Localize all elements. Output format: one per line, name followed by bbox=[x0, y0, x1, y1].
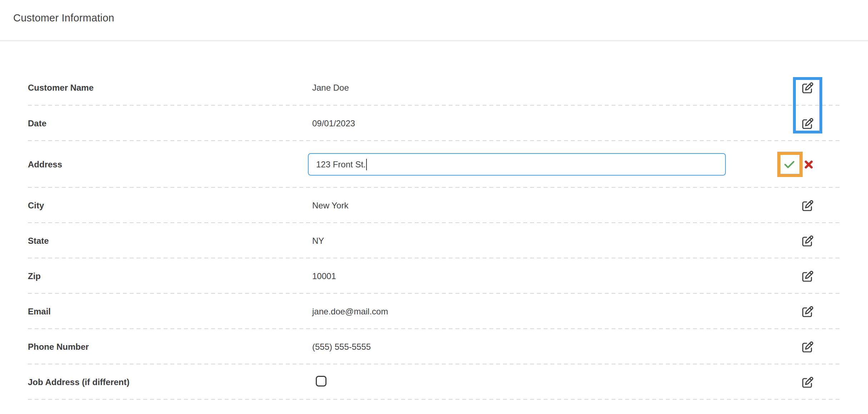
phone-number-label: Phone Number bbox=[28, 342, 312, 352]
email-label: Email bbox=[28, 307, 312, 317]
phone-number-value: (555) 555-5555 bbox=[312, 342, 371, 352]
row-actions bbox=[802, 306, 813, 317]
edit-date-button[interactable] bbox=[802, 118, 813, 129]
row-actions bbox=[802, 377, 813, 388]
row-actions bbox=[802, 200, 813, 211]
form-row-customer-name: Customer Name Jane Doe bbox=[28, 70, 840, 106]
row-actions bbox=[802, 341, 813, 352]
pen-square-icon bbox=[802, 235, 813, 246]
pen-square-icon bbox=[802, 82, 813, 94]
row-actions bbox=[802, 118, 813, 129]
edit-customer-name-button[interactable] bbox=[802, 82, 813, 94]
pen-square-icon bbox=[802, 271, 813, 282]
page-header: Customer Information bbox=[0, 0, 868, 41]
date-value: 09/01/2023 bbox=[312, 118, 355, 128]
confirm-address-button[interactable] bbox=[784, 159, 796, 170]
job-address-label: Job Address (if different) bbox=[28, 377, 312, 387]
city-value: New York bbox=[312, 201, 348, 211]
customer-information-form: Customer Name Jane Doe Date 09/01/2023 A… bbox=[28, 41, 840, 400]
pen-square-icon bbox=[802, 118, 813, 129]
edit-state-button[interactable] bbox=[802, 235, 813, 246]
row-actions bbox=[784, 159, 814, 170]
state-value: NY bbox=[312, 236, 324, 246]
address-input[interactable]: 123 Front St. bbox=[308, 153, 726, 176]
form-row-state: State NY bbox=[28, 223, 840, 258]
email-value: jane.doe@mail.com bbox=[312, 307, 388, 317]
row-actions bbox=[802, 271, 813, 282]
job-address-checkbox[interactable] bbox=[316, 376, 326, 387]
pen-square-icon bbox=[802, 306, 813, 317]
city-label: City bbox=[28, 201, 312, 211]
form-row-date: Date 09/01/2023 bbox=[28, 106, 840, 141]
edit-job-address-button[interactable] bbox=[802, 377, 813, 388]
zip-label: Zip bbox=[28, 271, 312, 281]
form-row-city: City New York bbox=[28, 188, 840, 223]
address-input-value: 123 Front St. bbox=[316, 160, 366, 170]
x-icon bbox=[804, 160, 814, 170]
customer-name-label: Customer Name bbox=[28, 83, 312, 93]
text-cursor bbox=[366, 159, 367, 170]
form-row-job-address: Job Address (if different) bbox=[28, 364, 840, 400]
form-row-email: Email jane.doe@mail.com bbox=[28, 294, 840, 329]
pen-square-icon bbox=[802, 200, 813, 211]
row-actions bbox=[802, 82, 813, 94]
check-icon bbox=[784, 159, 796, 170]
edit-email-button[interactable] bbox=[802, 306, 813, 317]
row-actions bbox=[802, 235, 813, 246]
page-title: Customer Information bbox=[13, 12, 868, 24]
form-row-address: Address 123 Front St. bbox=[28, 141, 840, 188]
job-address-value bbox=[312, 376, 326, 389]
zip-value: 10001 bbox=[312, 271, 336, 281]
edit-zip-button[interactable] bbox=[802, 271, 813, 282]
customer-name-value: Jane Doe bbox=[312, 83, 349, 93]
state-label: State bbox=[28, 236, 312, 246]
form-row-phone-number: Phone Number (555) 555-5555 bbox=[28, 329, 840, 364]
pen-square-icon bbox=[802, 377, 813, 388]
date-label: Date bbox=[28, 118, 312, 128]
edit-city-button[interactable] bbox=[802, 200, 813, 211]
cancel-address-button[interactable] bbox=[804, 160, 814, 170]
form-row-zip: Zip 10001 bbox=[28, 258, 840, 294]
address-label: Address bbox=[28, 160, 312, 170]
edit-phone-number-button[interactable] bbox=[802, 341, 813, 352]
pen-square-icon bbox=[802, 341, 813, 352]
